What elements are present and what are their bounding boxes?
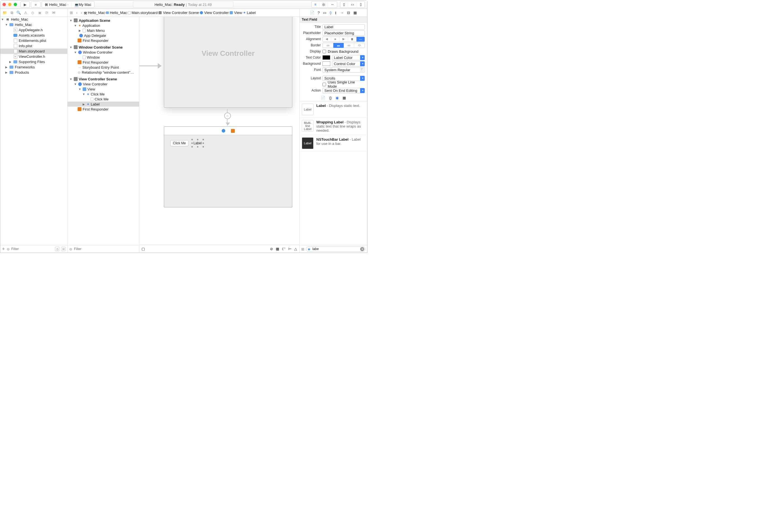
draws-background-checkbox[interactable]: Draws Background bbox=[322, 49, 358, 54]
project-nav-icon[interactable]: 📁 bbox=[3, 11, 7, 15]
media-lib-icon[interactable]: ▦ bbox=[342, 96, 346, 100]
object-library[interactable]: Label Label - Displays static text. Mult… bbox=[299, 101, 367, 245]
forward-button[interactable]: › bbox=[79, 11, 83, 15]
align-button[interactable]: ⫍ bbox=[282, 247, 285, 251]
scene-dock[interactable] bbox=[164, 127, 292, 135]
jump-bar[interactable]: ⊞ ‹ › 🛠Hello_Mac› Hello_Mac› Main.storyb… bbox=[68, 9, 299, 17]
text-color-swatch[interactable] bbox=[322, 55, 330, 60]
version-editor-button[interactable]: ↔ bbox=[328, 1, 337, 8]
test-nav-icon[interactable]: ◇ bbox=[30, 11, 35, 15]
close-window-icon[interactable] bbox=[3, 3, 6, 6]
outline-item[interactable]: Click Me bbox=[95, 97, 109, 101]
folder-item[interactable]: Frameworks bbox=[15, 65, 35, 69]
trait-button[interactable]: ⊘ bbox=[270, 247, 273, 251]
segue-icon[interactable]: ⎋ bbox=[224, 112, 231, 119]
pin-button[interactable]: ⊢ bbox=[288, 247, 291, 251]
minimize-window-icon[interactable] bbox=[8, 3, 11, 6]
grid-view-icon[interactable]: ⊞ bbox=[301, 247, 304, 251]
outline-item-selected[interactable]: Label bbox=[91, 102, 100, 106]
border-segmented[interactable]: ▭▬▭⬭ bbox=[322, 43, 365, 48]
toggle-outline-button[interactable]: ▢ bbox=[141, 247, 145, 251]
outline-item[interactable]: First Responder bbox=[83, 107, 108, 111]
issue-nav-icon[interactable]: ⚠ bbox=[23, 11, 28, 15]
crumb[interactable]: Label bbox=[247, 11, 256, 15]
alignment-segmented[interactable]: ⫷≡⫸≣— bbox=[322, 37, 365, 42]
outline-item[interactable]: Storyboard Entry Point bbox=[82, 65, 119, 70]
help-inspector-icon[interactable]: ? bbox=[318, 11, 320, 15]
object-lib-icon[interactable]: ◉ bbox=[335, 96, 338, 100]
placeholder-input[interactable]: Placeholder String bbox=[322, 30, 365, 36]
connections-inspector-icon[interactable]: → bbox=[340, 11, 344, 15]
file-item-selected[interactable]: Main.storyboard bbox=[19, 49, 45, 53]
font-field[interactable]: System RegularT bbox=[322, 67, 365, 73]
toggle-debug-button[interactable]: ▭ bbox=[348, 1, 357, 8]
folder-item[interactable]: Supporting Files bbox=[19, 60, 45, 64]
library-filter-input[interactable] bbox=[306, 246, 365, 252]
file-item[interactable]: Entitlements.plist bbox=[19, 39, 46, 43]
clear-filter-button[interactable]: ✕ bbox=[360, 247, 364, 251]
file-inspector-icon[interactable]: 📄 bbox=[310, 11, 314, 15]
outline-item[interactable]: First Responder bbox=[83, 60, 108, 64]
outline-item[interactable]: Application bbox=[82, 23, 100, 28]
outline-item[interactable]: Relationship "window content" to "... bbox=[82, 70, 135, 75]
breakpoint-nav-icon[interactable]: ⧁ bbox=[44, 11, 49, 15]
source-control-nav-icon[interactable]: ⧉ bbox=[9, 11, 14, 15]
run-button[interactable]: ▶ bbox=[20, 1, 30, 8]
zoom-window-icon[interactable] bbox=[14, 3, 17, 6]
window-controller-scene-canvas[interactable]: View Controller bbox=[164, 17, 292, 108]
outline-item[interactable]: App Delegate bbox=[84, 33, 106, 38]
identity-inspector-icon[interactable]: ▭ bbox=[323, 11, 326, 15]
bindings-inspector-icon[interactable]: ⊟ bbox=[347, 11, 350, 15]
recent-filter-button[interactable]: ◷ bbox=[55, 247, 59, 251]
text-color-combo[interactable]: Label Color▾ bbox=[332, 55, 365, 60]
label-control-selected[interactable]: Label bbox=[192, 140, 203, 147]
outline-item[interactable]: Window Controller bbox=[83, 50, 112, 54]
outline-filter-input[interactable] bbox=[74, 247, 137, 251]
action-combo[interactable]: Sent On End Editing▾ bbox=[322, 88, 365, 93]
crumb[interactable]: Main.storyboard bbox=[131, 11, 157, 15]
bg-color-swatch[interactable] bbox=[322, 61, 330, 66]
title-input[interactable]: Label bbox=[322, 24, 365, 30]
scm-filter-button[interactable]: ☒ bbox=[61, 247, 66, 251]
folder-item[interactable]: Products bbox=[15, 70, 29, 75]
click-me-button[interactable]: Click Me bbox=[170, 140, 188, 146]
resolve-button[interactable]: △ bbox=[294, 247, 297, 251]
file-template-lib-icon[interactable]: 📄 bbox=[321, 96, 325, 100]
assistant-editor-button[interactable]: ◎ bbox=[319, 1, 328, 8]
scheme-selector[interactable]: 🛠Hello_Mac› 💻My Mac bbox=[42, 1, 94, 8]
first-responder-icon[interactable] bbox=[231, 129, 235, 133]
navigator-filter-input[interactable] bbox=[11, 247, 53, 251]
ib-canvas[interactable]: View Controller ⎋ Click Me bbox=[139, 17, 299, 253]
layout-combo[interactable]: Scrolls▾ bbox=[322, 76, 365, 81]
file-item[interactable]: Info.plist bbox=[19, 44, 32, 48]
file-item[interactable]: Assets.xcassets bbox=[19, 33, 45, 37]
effects-inspector-icon[interactable]: ▦ bbox=[353, 11, 357, 15]
back-button[interactable]: ‹ bbox=[75, 11, 79, 15]
library-item[interactable]: Label Label - Displays static text. bbox=[299, 101, 367, 118]
filter-scope-icon[interactable]: ◉ bbox=[308, 247, 310, 251]
outline-item[interactable]: First Responder bbox=[83, 39, 108, 43]
scene-header[interactable]: Application Scene bbox=[79, 18, 110, 23]
library-item[interactable]: Label NSTouchBar Label - Label for use i… bbox=[299, 135, 367, 152]
scene-header[interactable]: View Controller Scene bbox=[79, 77, 117, 81]
related-items-icon[interactable]: ⊞ bbox=[68, 11, 75, 15]
library-item[interactable]: Multi- line Label Wrapping Label - Displ… bbox=[299, 118, 367, 135]
outline-item[interactable]: View bbox=[87, 87, 95, 91]
toggle-navigator-button[interactable]: ▯ bbox=[340, 1, 348, 8]
report-nav-icon[interactable]: ✉ bbox=[51, 11, 56, 15]
toggle-inspector-button[interactable]: ▯ bbox=[357, 1, 364, 8]
crumb[interactable]: Hello_Mac bbox=[88, 11, 105, 15]
single-line-checkbox[interactable]: Uses Single Line Mode bbox=[322, 80, 365, 88]
crumb[interactable]: View Controller bbox=[204, 11, 229, 15]
file-item[interactable]: AppDelegate.h bbox=[19, 28, 43, 32]
add-button[interactable]: + bbox=[2, 246, 5, 251]
bg-color-combo[interactable]: Control Color▾ bbox=[332, 61, 365, 66]
scene-header[interactable]: Window Controller Scene bbox=[79, 45, 123, 49]
embed-button[interactable]: ▦ bbox=[276, 247, 279, 251]
standard-editor-button[interactable]: ≡ bbox=[311, 1, 319, 8]
debug-nav-icon[interactable]: ≣ bbox=[37, 11, 42, 15]
view-controller-icon[interactable] bbox=[222, 129, 225, 133]
attributes-inspector-icon[interactable]: ⟠ bbox=[330, 11, 331, 15]
view-controller-scene-canvas[interactable]: Click Me Label bbox=[164, 126, 292, 207]
outline-item[interactable]: Main Menu bbox=[87, 28, 105, 33]
